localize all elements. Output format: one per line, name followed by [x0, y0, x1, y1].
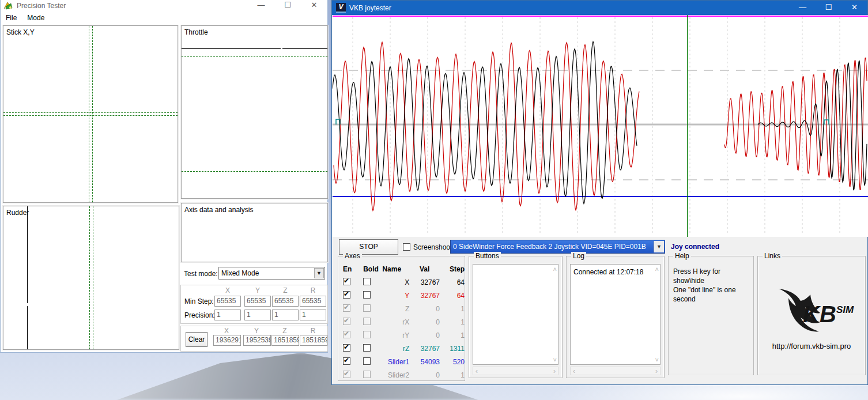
en-checkbox-Slider1[interactable]: [343, 357, 350, 365]
scroll-down-icon[interactable]: ˅: [553, 356, 557, 363]
screenshot-checkbox[interactable]: [403, 243, 410, 251]
links-group: Links KB SIM http://forum.vkb-sim.pro: [757, 256, 866, 375]
bold-checkbox-rZ[interactable]: [363, 344, 371, 352]
buttons-hscrollbar[interactable]: ‹ ›: [473, 367, 558, 375]
axis-name: Z: [382, 305, 409, 313]
axis-value: 32767: [409, 292, 440, 300]
clear-group: Clear X Y Z R 1936291 1952539 1851859 18…: [180, 326, 328, 352]
axes-row-Slider1: Slider154093520: [338, 355, 465, 368]
stick-crosshair-h1: [3, 112, 178, 113]
axes-row-X: X3276764: [338, 276, 465, 289]
min-step-r-field[interactable]: 65535: [300, 296, 326, 307]
axes-row-Y: Y3276764: [338, 289, 465, 302]
en-checkbox-Y[interactable]: [343, 291, 350, 299]
scroll-up-icon[interactable]: ˄: [655, 266, 659, 273]
axis-step: 64: [440, 292, 465, 300]
scroll-left-icon[interactable]: ‹: [475, 367, 478, 375]
scroll-up-icon[interactable]: ˄: [553, 266, 557, 273]
axis-step: 1: [440, 371, 465, 379]
col-z-header: Z: [272, 286, 299, 295]
menu-mode[interactable]: Mode: [22, 13, 50, 23]
precision-z-field[interactable]: 1: [272, 310, 299, 320]
min-step-y-field[interactable]: 65535: [244, 296, 271, 307]
stick-crosshair-v2: [92, 26, 93, 202]
min-step-z-field[interactable]: 65535: [272, 296, 299, 307]
precision-tester-app-icon: [3, 1, 13, 10]
forum-link[interactable]: http://forum.vkb-sim.pro: [758, 342, 865, 350]
rudder-ref-v2: [93, 206, 93, 349]
bold-checkbox-Slider1[interactable]: [363, 357, 371, 365]
axis-step: 520: [440, 358, 465, 366]
en-checkbox-rY[interactable]: [343, 331, 350, 338]
bold-checkbox-Y[interactable]: [363, 291, 371, 299]
axis-value: 0: [409, 371, 440, 379]
close-button[interactable]: ✕: [841, 1, 867, 15]
axis-name: rY: [382, 331, 409, 339]
precision-r-field[interactable]: 1: [300, 310, 326, 320]
rudder-panel: Rudder: [3, 206, 179, 350]
scroll-left-icon[interactable]: ‹: [573, 367, 575, 375]
log-line: Connected at 12:07:18: [571, 265, 660, 280]
stick-crosshair-v1: [89, 26, 89, 202]
en-checkbox-rX[interactable]: [343, 318, 350, 325]
col-y-header: Y: [244, 286, 271, 295]
logo-sim-text: SIM: [836, 304, 854, 315]
scroll-down-icon[interactable]: ˅: [655, 356, 659, 363]
axis-step: 1: [440, 331, 465, 339]
menu-file[interactable]: File: [1, 13, 22, 23]
log-listbox[interactable]: Connected at 12:07:18 ˄ ˅: [570, 264, 661, 365]
stick-xy-label: Stick X,Y: [6, 28, 35, 36]
maximize-button[interactable]: ☐: [816, 1, 841, 15]
bold-checkbox-Z[interactable]: [363, 304, 371, 312]
maximize-button[interactable]: ☐: [274, 0, 301, 12]
buttons-group: Buttons ˄ ˅ ‹ ›: [469, 256, 563, 378]
rudder-label: Rudder: [6, 209, 29, 217]
stick-xy-panel: Stick X,Y: [3, 25, 178, 203]
bold-checkbox-Slider2[interactable]: [363, 371, 371, 378]
axis-name: X: [382, 278, 409, 286]
chevron-down-icon[interactable]: ▼: [314, 268, 324, 278]
desktop: Precision Tester — ☐ ✕ File Mode Stick X…: [0, 0, 868, 400]
window-title: Precision Tester: [17, 2, 66, 10]
precision-y-field[interactable]: 1: [244, 310, 271, 320]
clear-button[interactable]: Clear: [186, 332, 207, 347]
min-step-label: Min Step:: [184, 297, 214, 305]
vkb-titlebar[interactable]: V VKB joytester — ☐ ✕: [332, 1, 867, 15]
precision-label: Precision:: [184, 311, 215, 319]
bold-checkbox-rY[interactable]: [363, 331, 371, 338]
axis-value: 0: [409, 318, 440, 326]
en-checkbox-Slider2[interactable]: [343, 371, 350, 378]
buttons-listbox[interactable]: ˄ ˅: [473, 264, 558, 365]
scroll-right-icon[interactable]: ›: [655, 367, 658, 375]
axis-step: 1: [440, 305, 465, 313]
stick-crosshair-h2: [3, 115, 178, 116]
axis-data-label: Axis data and analysis: [184, 206, 253, 214]
precision-tester-titlebar[interactable]: Precision Tester — ☐ ✕: [1, 0, 327, 12]
close-button[interactable]: ✕: [301, 0, 327, 12]
test-mode-combobox[interactable]: Mixed Mode ▼: [218, 267, 325, 280]
help-line-2: One "dot line" is one second: [673, 285, 753, 304]
bold-checkbox-X[interactable]: [363, 278, 371, 285]
en-checkbox-X[interactable]: [343, 278, 350, 285]
precision-x-field[interactable]: 1: [214, 310, 241, 320]
en-checkbox-rZ[interactable]: [343, 344, 350, 352]
axis-value: 54093: [409, 358, 440, 366]
minimize-button[interactable]: —: [790, 1, 816, 15]
axis-step: 1311: [440, 345, 465, 353]
scroll-right-icon[interactable]: ›: [553, 367, 556, 375]
scope-graph-svg: [333, 15, 868, 237]
bold-checkbox-rX[interactable]: [363, 318, 371, 325]
header-val: Val: [409, 265, 440, 273]
count-z-field: 1851859: [271, 335, 299, 346]
minimize-button[interactable]: —: [248, 0, 274, 12]
header-step: Step: [440, 265, 465, 273]
chevron-down-icon[interactable]: ▼: [654, 241, 664, 252]
joy-connected-status: Joy connected: [671, 243, 719, 251]
en-checkbox-Z[interactable]: [343, 304, 350, 312]
log-hscrollbar[interactable]: ‹ ›: [570, 367, 661, 375]
axis-step: 1: [440, 318, 465, 326]
min-step-x-field[interactable]: 65535: [214, 296, 241, 307]
axes-row-Slider2: Slider201: [338, 368, 465, 382]
header-bold: Bold: [363, 265, 382, 273]
axis-data-panel: Axis data and analysis: [181, 203, 328, 262]
